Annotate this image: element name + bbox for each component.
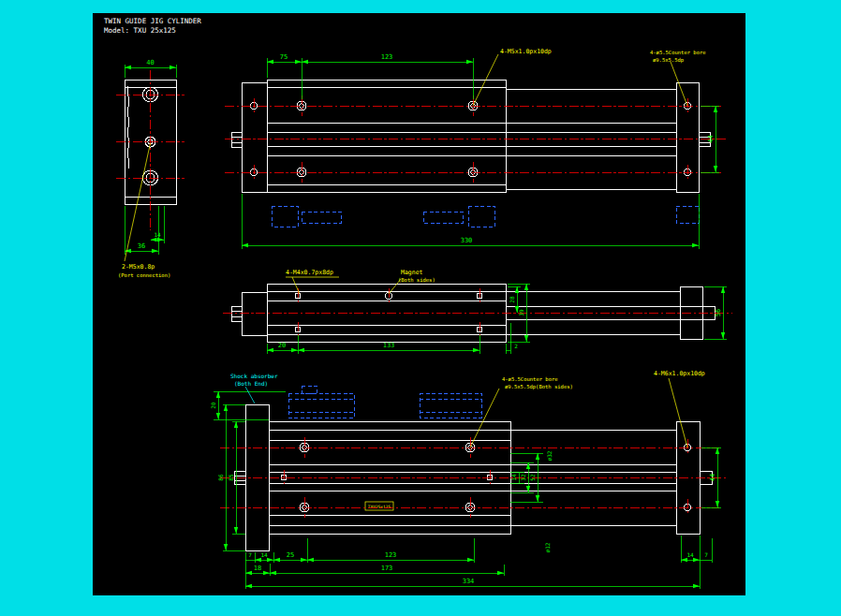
dim-56: 56	[715, 309, 722, 316]
dim-36: 36	[138, 242, 145, 250]
dim-40: 40	[146, 59, 154, 66]
dim-7-left: 7	[248, 551, 252, 558]
top-tap-note: 4-M5x1.0px10dp	[500, 48, 552, 55]
dim-52: 52	[529, 474, 536, 481]
dim-334: 334	[463, 578, 475, 585]
port-note: 2-M5x0.8p	[122, 263, 155, 271]
dim-173: 173	[381, 565, 393, 572]
dim-28: 28	[509, 296, 515, 303]
application-window: TWIN GUIDE JIG CYLINDER Model: TXU 25x12…	[0, 0, 841, 616]
drawing-title: TWIN GUIDE JIG CYLINDER	[104, 17, 201, 25]
dim-20-front: 20	[210, 402, 216, 409]
side-tap-note: 4-M4x0.7px8dp	[286, 269, 333, 276]
dim-25: 25	[287, 551, 294, 559]
top-cbore-note: 4-ø5.5Counter bore	[650, 50, 706, 55]
dim-123-front: 123	[385, 551, 397, 559]
cad-drawing: TWIN GUIDE JIG CYLINDER Model: TXU 25x12…	[0, 0, 841, 616]
dim-14-left: 14	[260, 551, 268, 558]
dim-330: 330	[461, 237, 473, 244]
drawing-model: Model: TXU 25x125	[104, 26, 176, 35]
dim-bore-dia: ø32	[546, 450, 553, 461]
front-tap-note: 4-M6x1.0px10dp	[654, 370, 705, 377]
dim-rod-dia: ø12	[544, 542, 551, 552]
dim-85: 85	[228, 474, 234, 481]
dim-14: 14	[154, 231, 161, 238]
magnet-note-sub: (Both sides)	[398, 277, 435, 283]
dim-86: 86	[217, 474, 224, 481]
dim-32: 32	[520, 474, 526, 481]
shock-absorber-note: Shock absorber	[230, 373, 278, 379]
dim-123: 123	[381, 53, 393, 61]
dim-44-top: 44	[707, 135, 715, 142]
dim-75: 75	[280, 53, 288, 61]
port-note-sub: (Port connection)	[118, 272, 170, 278]
dim-2: 2	[514, 343, 518, 349]
dim-7-right: 7	[704, 551, 708, 558]
dim-20-side: 20	[278, 342, 286, 349]
dim-133: 133	[383, 342, 395, 349]
front-cbore-note-sub: ø9.5x5.5dp(Both sides)	[505, 384, 573, 390]
dim-rod-14: 14	[510, 474, 517, 481]
nameplate-text: TXU25x125	[368, 505, 391, 509]
dim-14-right: 14	[686, 551, 694, 558]
dim-39: 39	[518, 309, 524, 316]
shock-absorber-note-sub: (Both End)	[234, 380, 268, 387]
top-cbore-note-sub: ø9.5x5.5dp	[653, 57, 684, 64]
magnet-note: Magnet	[401, 269, 423, 276]
drawing-canvas	[93, 13, 745, 595]
dim-44-front: 44	[709, 474, 716, 481]
dim-18: 18	[254, 565, 261, 572]
front-cbore-note: 4-ø5.5Counter bore	[502, 376, 558, 382]
